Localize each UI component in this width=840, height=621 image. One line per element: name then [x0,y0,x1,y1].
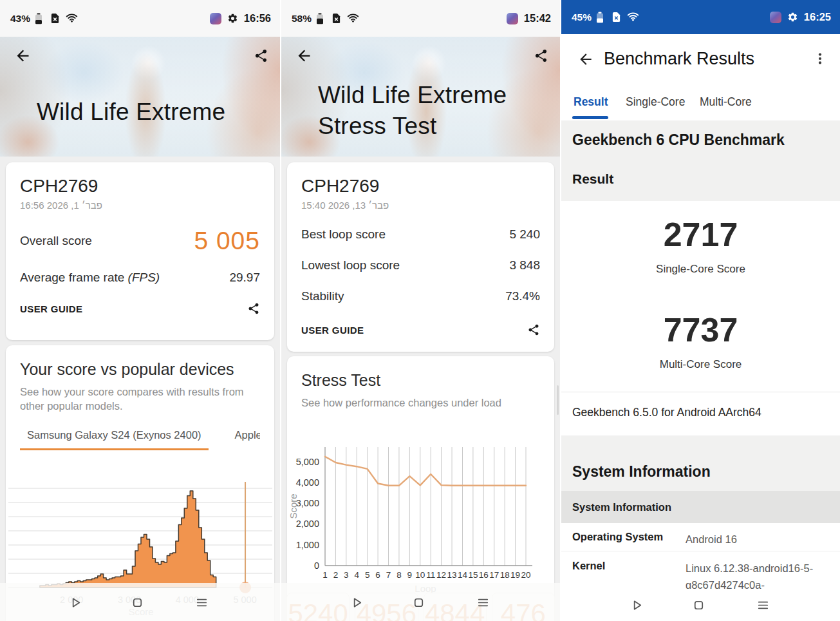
multi-core-score-label: Multi-Core Score [561,358,840,371]
nav-back-icon[interactable] [630,598,644,613]
tab-single-core[interactable]: Single-Core [626,95,685,109]
android-navbar [281,583,560,621]
share-icon[interactable] [527,323,540,336]
active-tab-indicator [572,116,608,119]
tab-result[interactable]: Result [574,95,608,109]
stability-label: Stability [301,289,344,303]
section-title: Geekbench 6 CPU Benchmark [572,131,840,149]
notification-app-icon [507,13,518,24]
sim-x-icon [331,13,342,24]
nav-back-icon[interactable] [68,595,83,610]
svg-text:10: 10 [415,570,425,580]
stress-test-title: Stress Test [301,371,540,390]
fps-label: Average frame rate (FPS) [20,271,160,285]
result-date: 16:56 2026 ,1 פבר׳ [20,200,260,211]
overflow-menu-icon[interactable] [813,52,827,67]
section-header: Geekbench 6 CPU Benchmark Result [561,120,840,201]
svg-text:13: 13 [447,570,457,580]
svg-text:19: 19 [510,570,520,580]
best-loop-label: Best loop score [301,227,386,242]
best-loop-value: 5 240 [509,227,540,242]
sysinfo-table-header: System Information [561,491,840,523]
wifi-icon [66,13,77,24]
svg-text:1,000: 1,000 [296,540,319,550]
android-navbar [561,589,840,621]
geekbench-version: Geekbench 6.5.0 for Android AArch64 [572,406,761,419]
os-value: Android 16 [686,531,737,548]
clock: 16:25 [804,11,831,23]
tab-multi-core[interactable]: Multi-Core [700,95,752,109]
nav-back-icon[interactable] [350,595,364,610]
share-icon[interactable] [534,48,548,63]
battery-percent: 43% [10,13,30,24]
compare-title: Your score vs popular devices [20,360,260,379]
tab-apple-iphone[interactable]: Apple iPh [228,429,260,450]
svg-text:16: 16 [479,570,489,580]
lowest-loop-label: Lowest loop score [301,258,400,272]
table-row: Operating System Android 16 [561,523,840,551]
svg-text:0: 0 [314,560,319,571]
single-core-score-label: Single-Core Score [561,263,840,276]
nav-home-icon[interactable] [691,598,706,613]
share-icon[interactable] [254,48,268,63]
status-bar: 45% 16:25 [561,0,840,34]
svg-text:2: 2 [333,570,339,580]
multi-core-score: 7737 [561,310,840,349]
lowest-loop-value: 3 848 [509,258,540,272]
section-subtitle: Result [572,171,840,187]
gear-icon [787,12,798,23]
result-date: 15:40 2026 ,13 פבר׳ [301,200,540,211]
overall-score-label: Overall score [20,234,92,248]
single-core-score: 2717 [561,215,840,254]
wifi-icon [627,12,638,23]
svg-text:6: 6 [375,570,380,580]
stress-test-chart: 01,0002,0003,0004,0005,00012345678910111… [286,428,559,593]
panel-stress-test: 58% 15:42 Wild Life ExtremeStress Test C… [281,0,560,621]
svg-text:17: 17 [489,570,499,580]
nav-recents-icon[interactable] [194,595,209,610]
nav-recents-icon[interactable] [756,598,770,613]
clock: 15:42 [524,12,551,24]
status-bar: 43% 16:56 [0,0,280,37]
back-icon[interactable] [577,51,594,68]
battery-icon [316,13,327,24]
user-guide-link[interactable]: USER GUIDE [301,325,364,336]
sysinfo-title: System Information [572,463,840,481]
divider [561,392,840,392]
battery-percent: 58% [292,13,312,24]
svg-text:Score: Score [288,493,299,519]
os-label: Operating System [572,531,663,542]
share-icon[interactable] [247,302,260,315]
scrollbar[interactable] [557,385,559,415]
battery-percent: 45% [572,12,592,23]
hero-banner: Wild Life Extreme [0,37,280,157]
nav-home-icon[interactable] [411,595,426,610]
svg-text:4: 4 [355,570,360,580]
svg-text:5: 5 [365,570,370,580]
svg-text:12: 12 [436,570,446,580]
svg-text:8: 8 [397,570,402,580]
notification-app-icon [210,13,221,24]
svg-text:20: 20 [521,570,530,580]
svg-text:7: 7 [386,570,391,580]
back-icon[interactable] [14,47,32,64]
overall-score-value: 5 005 [194,227,260,255]
clock: 16:56 [244,12,271,24]
panel-wildlife-extreme: 43% 16:56 Wild Life Extreme CPH2769 16:5… [0,0,280,621]
tab-bar: Result Single-Core Multi-Core [561,84,840,120]
svg-text:14: 14 [458,570,468,580]
nav-home-icon[interactable] [130,595,145,610]
user-guide-link[interactable]: USER GUIDE [20,303,82,314]
svg-text:9: 9 [407,570,413,580]
page-title: Benchmark Results [604,49,754,69]
nav-recents-icon[interactable] [476,595,490,610]
svg-text:2,000: 2,000 [296,519,319,529]
back-icon[interactable] [295,47,313,64]
svg-text:3,000: 3,000 [296,498,319,508]
hero-banner: Wild Life ExtremeStress Test [281,37,560,157]
device-tabs: Samsung Galaxy S24 (Exynos 2400) Apple i… [20,429,260,450]
tab-samsung-galaxy-s24[interactable]: Samsung Galaxy S24 (Exynos 2400) [20,429,209,450]
svg-text:11: 11 [426,570,435,580]
android-navbar [0,583,280,621]
benchmark-title: Wild Life Extreme [37,97,225,128]
